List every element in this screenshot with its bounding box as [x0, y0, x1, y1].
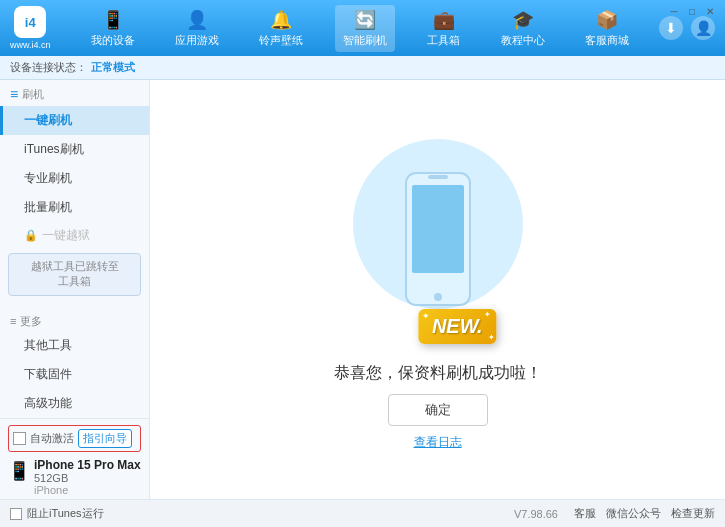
sidebar-other-tools[interactable]: 其他工具 [0, 331, 149, 360]
close-icon[interactable]: ✕ [703, 4, 717, 18]
device-panel: 自动激活 指引向导 📱 iPhone 15 Pro Max 512GB iPho… [0, 418, 149, 499]
auto-activate-label[interactable]: 自动激活 [30, 431, 74, 446]
version-text: V7.98.66 [514, 508, 558, 520]
status-left: 阻止iTunes运行 [10, 506, 104, 521]
svg-point-3 [434, 293, 442, 301]
more-section-icon: ≡ [10, 315, 16, 327]
nav-apps-games[interactable]: 👤 应用游戏 [167, 5, 227, 52]
sparkle2: ✦ [488, 333, 495, 342]
logo-icon: i4 [14, 6, 46, 38]
nav-smart-flash[interactable]: 🔄 智能刷机 [335, 5, 395, 52]
device-storage: 512GB [34, 472, 141, 484]
nav-ringtone[interactable]: 🔔 铃声壁纸 [251, 5, 311, 52]
phone-svg [398, 169, 478, 309]
success-message: 恭喜您，保资料刷机成功啦！ [334, 363, 542, 384]
nav-service[interactable]: 📦 客服商城 [577, 5, 637, 52]
smart-flash-icon: 🔄 [354, 9, 376, 31]
sidebar-advanced[interactable]: 高级功能 [0, 389, 149, 418]
device-name: iPhone 15 Pro Max [34, 458, 141, 472]
nav-bar: 📱 我的设备 👤 应用游戏 🔔 铃声壁纸 🔄 智能刷机 💼 工具箱 🎓 [71, 5, 649, 52]
minimize-icon[interactable]: ─ [667, 4, 681, 18]
toolbox-icon: 💼 [433, 9, 455, 31]
auto-activate-checkbox[interactable] [13, 432, 26, 445]
content-area: ✦ ✦ NEW. ✦ 恭喜您，保资料刷机成功啦！ 确定 查看日志 [150, 80, 725, 499]
flash-section-icon: ≡ [10, 86, 18, 102]
auto-activate-row: 自动激活 指引向导 [8, 425, 141, 452]
device-info: 📱 iPhone 15 Pro Max 512GB iPhone [8, 456, 141, 498]
apps-games-icon: 👤 [186, 9, 208, 31]
logo-url: www.i4.cn [10, 40, 51, 50]
breadcrumb: 设备连接状态： 正常模式 [0, 56, 725, 80]
main-area: ≡ 刷机 一键刷机 iTunes刷机 专业刷机 批量刷机 🔒 一键越狱 越狱工具… [0, 80, 725, 499]
ringtone-icon: 🔔 [270, 9, 292, 31]
sparkle3: ✦ [484, 310, 491, 319]
status-right: 客服 微信公众号 检查更新 [574, 506, 715, 521]
nav-my-device[interactable]: 📱 我的设备 [83, 5, 143, 52]
sidebar-download-firmware[interactable]: 下载固件 [0, 360, 149, 389]
download-button[interactable]: ⬇ [659, 16, 683, 40]
header: i4 www.i4.cn 📱 我的设备 👤 应用游戏 🔔 铃声壁纸 🔄 智能刷机 [0, 0, 725, 56]
service-icon: 📦 [596, 9, 618, 31]
lock-icon: 🔒 [24, 229, 38, 242]
check-update-link[interactable]: 检查更新 [671, 506, 715, 521]
sidebar: ≡ 刷机 一键刷机 iTunes刷机 专业刷机 批量刷机 🔒 一键越狱 越狱工具… [0, 80, 150, 499]
sparkle1: ✦ [422, 311, 430, 321]
svg-rect-2 [428, 175, 448, 179]
phone-illustration: ✦ ✦ NEW. ✦ [338, 129, 538, 349]
nav-tutorial[interactable]: 🎓 教程中心 [493, 5, 553, 52]
maximize-icon[interactable]: □ [685, 4, 699, 18]
sidebar-note: 越狱工具已跳转至 工具箱 [8, 253, 141, 296]
account-button[interactable]: 👤 [691, 16, 715, 40]
new-label: NEW. [432, 315, 483, 337]
status-bar: 阻止iTunes运行 V7.98.66 客服 微信公众号 检查更新 [0, 499, 725, 527]
header-right: ⬇ 👤 [659, 16, 715, 40]
wechat-link[interactable]: 微信公众号 [606, 506, 661, 521]
sidebar-batch-flash[interactable]: 批量刷机 [0, 193, 149, 222]
no-itunes-label[interactable]: 阻止iTunes运行 [27, 506, 104, 521]
sidebar-pro-flash[interactable]: 专业刷机 [0, 164, 149, 193]
customer-service-link[interactable]: 客服 [574, 506, 596, 521]
sidebar-itunes-flash[interactable]: iTunes刷机 [0, 135, 149, 164]
flash-section-header: ≡ 刷机 [0, 80, 149, 106]
tutorial-icon: 🎓 [512, 9, 534, 31]
nav-toolbox[interactable]: 💼 工具箱 [419, 5, 468, 52]
log-link[interactable]: 查看日志 [414, 434, 462, 451]
confirm-button[interactable]: 确定 [388, 394, 488, 426]
logo: i4 www.i4.cn [10, 6, 51, 50]
new-banner: ✦ ✦ NEW. ✦ [418, 309, 497, 344]
sidebar-jailbreak: 🔒 一键越狱 [0, 222, 149, 249]
svg-rect-1 [412, 185, 464, 273]
sidebar-one-key-flash[interactable]: 一键刷机 [0, 106, 149, 135]
breadcrumb-status: 正常模式 [91, 60, 135, 75]
more-section-header: ≡ 更多 [0, 308, 149, 331]
my-device-icon: 📱 [102, 9, 124, 31]
breadcrumb-prefix: 设备连接状态： [10, 60, 87, 75]
no-itunes-checkbox[interactable] [10, 508, 22, 520]
window-controls: ─ □ ✕ [667, 4, 717, 18]
guide-button[interactable]: 指引向导 [78, 429, 132, 448]
device-type: iPhone [34, 484, 141, 496]
device-phone-icon: 📱 [8, 460, 30, 482]
